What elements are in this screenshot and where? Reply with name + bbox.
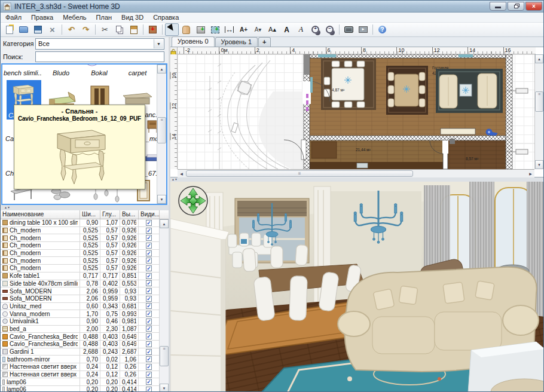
- table-row[interactable]: Ch_modern0,5250,570,926✓: [1, 250, 169, 258]
- redo-button[interactable]: [79, 23, 93, 36]
- furniture-table[interactable]: НаименованиеШи...Глу...Вы...Види... dini…: [1, 210, 169, 392]
- visibility-checkbox[interactable]: ✓: [146, 364, 152, 370]
- zoom-out-button[interactable]: [323, 23, 337, 36]
- plan-vscroll-thumb[interactable]: ≡: [535, 91, 543, 112]
- menu-item[interactable]: Правка: [26, 13, 58, 22]
- add-furniture-button[interactable]: [146, 23, 160, 36]
- table-row[interactable]: Sofa_MODERN2,060,9590,93✓: [1, 295, 169, 303]
- open-button[interactable]: [17, 23, 30, 36]
- left-splitter[interactable]: ▲▼: [1, 205, 169, 210]
- category-select[interactable]: Все ▼: [35, 38, 164, 50]
- visibility-checkbox[interactable]: ✓: [146, 273, 152, 279]
- plan-canvas[interactable]: 4,87 м² Гостиная 42,07 м²: [178, 54, 534, 169]
- table-row[interactable]: Umivalnik10,900,460,981✓: [1, 318, 169, 326]
- table-row[interactable]: lamp060,200,200,414✓: [1, 378, 169, 386]
- table-row[interactable]: Ch_modern0,5250,570,926✓: [1, 227, 169, 235]
- visibility-checkbox[interactable]: ✓: [146, 341, 152, 347]
- plan-hscroll-thumb[interactable]: ≡: [186, 170, 413, 177]
- visibility-checkbox[interactable]: ✓: [146, 326, 152, 332]
- scroll-up-icon[interactable]: ▲: [160, 219, 169, 228]
- decrease-text-size-button[interactable]: [251, 23, 265, 36]
- visibility-checkbox[interactable]: ✓: [146, 333, 152, 339]
- table-row[interactable]: bathroom-mirror0,700,021,06✓: [1, 356, 169, 363]
- create-rooms-button[interactable]: [208, 23, 222, 36]
- add-level-tab[interactable]: +: [258, 37, 270, 47]
- table-row[interactable]: Side table 40x78cm slimline0,780,4020,55…: [1, 280, 169, 288]
- tab-level-1[interactable]: Уровень 1: [215, 37, 258, 47]
- visibility-checkbox[interactable]: ✓: [146, 387, 152, 392]
- right-splitter[interactable]: ▲▼: [170, 177, 544, 182]
- visibility-checkbox[interactable]: ✓: [146, 265, 152, 271]
- select-button[interactable]: [165, 23, 179, 36]
- tab-level-0[interactable]: Уровень 0: [172, 36, 215, 47]
- create-dimensions-button[interactable]: [222, 23, 236, 36]
- menu-item[interactable]: Вид 3D: [117, 13, 148, 22]
- create-walls-button[interactable]: [194, 23, 207, 36]
- plan-vertical-scrollbar[interactable]: ▲ ≡ ▼: [534, 54, 543, 169]
- table-row[interactable]: lamp060,200,200,414✓: [1, 386, 169, 392]
- visibility-checkbox[interactable]: ✓: [146, 258, 152, 264]
- menu-item[interactable]: План: [91, 13, 117, 22]
- increase-text-size-button[interactable]: [265, 23, 279, 36]
- paste-button[interactable]: [127, 23, 140, 36]
- visibility-checkbox[interactable]: ✓: [146, 288, 152, 294]
- scroll-up-icon[interactable]: ▲: [535, 54, 543, 63]
- plan-horizontal-scrollbar[interactable]: ◀ ≡ ▶: [178, 169, 534, 177]
- restore-button[interactable]: [508, 2, 524, 11]
- bold-button[interactable]: [280, 23, 294, 36]
- menu-item[interactable]: Справка: [148, 13, 184, 22]
- cut-button[interactable]: [98, 23, 112, 36]
- table-row[interactable]: Ch_modern0,5250,570,926✓: [1, 242, 169, 250]
- menu-item[interactable]: Мебель: [58, 13, 91, 22]
- scroll-right-icon[interactable]: ▶: [527, 170, 534, 177]
- catalog-scroll-thumb[interactable]: ≡: [157, 117, 166, 143]
- visibility-checkbox[interactable]: ✓: [146, 243, 152, 249]
- scroll-left-icon[interactable]: ◀: [178, 170, 185, 177]
- table-row[interactable]: Kofe table10,7170,7170,851✓: [1, 272, 169, 280]
- visibility-checkbox[interactable]: ✓: [146, 379, 152, 385]
- visibility-checkbox[interactable]: ✓: [146, 235, 152, 241]
- scroll-down-icon[interactable]: ▼: [157, 195, 166, 204]
- table-scroll-thumb[interactable]: ≡: [160, 346, 169, 366]
- close-button[interactable]: ×: [525, 2, 542, 11]
- view-3d[interactable]: [170, 182, 544, 392]
- scroll-down-icon[interactable]: ▼: [160, 384, 169, 392]
- search-input[interactable]: [35, 51, 164, 62]
- visibility-checkbox[interactable]: ✓: [146, 311, 152, 317]
- table-row[interactable]: Ch_modern0,5250,570,926✓: [1, 257, 169, 265]
- add-text-button[interactable]: [237, 23, 250, 36]
- table-row[interactable]: Настенная светит вверх0,240,120,26✓: [1, 371, 169, 379]
- table-row[interactable]: Cavio_Francheska_Bedroo...0,4880,4030,64…: [1, 333, 169, 341]
- new-button[interactable]: [2, 23, 16, 36]
- catalog-scrollbar[interactable]: ▲ ≡ ▼: [157, 65, 166, 204]
- visibility-checkbox[interactable]: ✓: [146, 220, 152, 226]
- visibility-checkbox[interactable]: ✓: [146, 318, 152, 324]
- create-video-button[interactable]: [356, 23, 370, 36]
- furniture-catalog[interactable]: bench slimli...BludoBokalcarpet Ca: [1, 63, 167, 205]
- pan-button[interactable]: [179, 23, 193, 36]
- visibility-checkbox[interactable]: ✓: [146, 356, 152, 362]
- table-row[interactable]: Sofa_MODERN2,060,9590,93✓: [1, 287, 169, 295]
- visibility-checkbox[interactable]: ✓: [146, 349, 152, 355]
- table-row[interactable]: Ch_modern0,5250,570,926✓: [1, 265, 169, 272]
- table-row[interactable]: dining table 100 x 100 sliml...0,901,070…: [1, 219, 169, 227]
- minimize-button[interactable]: [490, 2, 506, 11]
- visibility-checkbox[interactable]: ✓: [146, 372, 152, 378]
- copy-button[interactable]: [112, 23, 126, 36]
- table-row[interactable]: bed_a2,002,301,087✓: [1, 326, 169, 333]
- table-row[interactable]: Ch_modern0,5250,570,926✓: [1, 234, 169, 242]
- italic-button[interactable]: [294, 23, 308, 36]
- visibility-checkbox[interactable]: ✓: [146, 296, 152, 302]
- table-row[interactable]: Vanna_modern1,700,750,993✓: [1, 310, 169, 318]
- scroll-up-icon[interactable]: ▲: [157, 65, 166, 74]
- table-row[interactable]: Cavio_Francheska_Bedroo...0,4880,4030,64…: [1, 341, 169, 348]
- menu-item[interactable]: Файл: [1, 13, 26, 22]
- preferences-button[interactable]: [45, 23, 59, 36]
- visibility-checkbox[interactable]: ✓: [146, 228, 152, 234]
- visibility-checkbox[interactable]: ✓: [146, 280, 152, 286]
- table-row[interactable]: Unitaz_med0,600,3430,681✓: [1, 303, 169, 311]
- scroll-down-icon[interactable]: ▼: [535, 160, 543, 169]
- visibility-checkbox[interactable]: ✓: [146, 250, 152, 256]
- zoom-in-button[interactable]: [308, 23, 322, 36]
- visibility-checkbox[interactable]: ✓: [146, 303, 152, 309]
